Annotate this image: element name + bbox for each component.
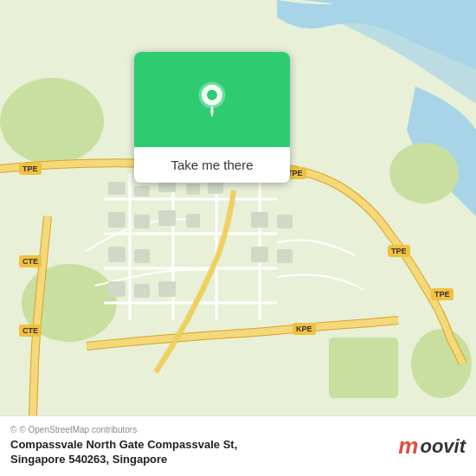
- take-me-there-button[interactable]: Take me there: [134, 147, 290, 183]
- svg-point-1: [0, 78, 104, 164]
- svg-rect-31: [277, 249, 293, 263]
- svg-rect-30: [251, 247, 268, 262]
- map-pin-icon: [191, 79, 233, 120]
- svg-point-3: [389, 143, 459, 203]
- location-card-green-area: [134, 52, 290, 147]
- svg-rect-27: [158, 281, 176, 297]
- location-name: Compassvale North Gate Compassvale St,Si…: [10, 438, 398, 467]
- road-label-tpe-left: TPE: [19, 163, 42, 175]
- osm-attribution: © © OpenStreetMap contributors: [10, 425, 398, 434]
- svg-rect-21: [158, 210, 176, 226]
- moovit-m-letter: m: [398, 433, 418, 460]
- svg-point-35: [207, 90, 217, 100]
- svg-rect-15: [134, 186, 150, 196]
- road-label-kpe: KPE: [293, 323, 316, 335]
- svg-rect-14: [108, 182, 125, 195]
- bottom-bar: © © OpenStreetMap contributors Compassva…: [0, 415, 476, 476]
- svg-rect-22: [186, 214, 200, 228]
- svg-rect-18: [208, 182, 223, 194]
- svg-rect-28: [251, 212, 268, 228]
- svg-rect-23: [108, 247, 125, 262]
- road-label-tpe-right-lower: TPE: [431, 288, 453, 300]
- svg-rect-26: [134, 284, 150, 298]
- svg-rect-5: [329, 338, 398, 398]
- svg-rect-24: [134, 249, 150, 263]
- svg-rect-25: [108, 281, 125, 297]
- bottom-text-area: © © OpenStreetMap contributors Compassva…: [10, 425, 398, 467]
- svg-rect-29: [277, 215, 293, 228]
- location-card: Take me there: [134, 52, 290, 183]
- moovit-logo: m oovit: [398, 433, 466, 460]
- map-container: TPE TPE TPE TPE CTE CTE KPE Take me ther…: [0, 0, 476, 415]
- moovit-text: oovit: [420, 435, 466, 458]
- svg-rect-20: [134, 215, 150, 228]
- road-label-cte-upper: CTE: [19, 255, 42, 267]
- road-label-tpe-right-upper: TPE: [388, 245, 410, 257]
- svg-rect-19: [108, 212, 125, 228]
- road-label-cte-lower: CTE: [19, 325, 42, 337]
- svg-rect-17: [186, 183, 200, 195]
